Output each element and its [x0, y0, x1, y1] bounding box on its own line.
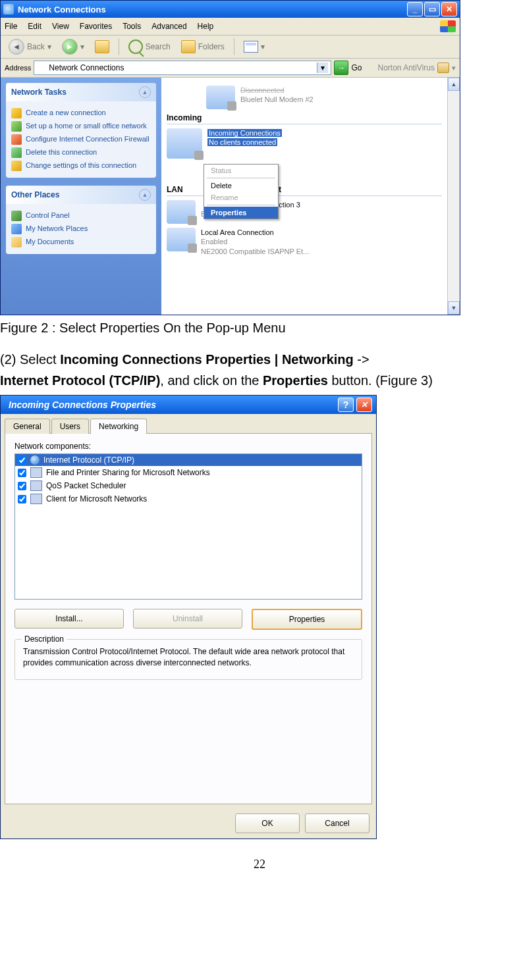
address-combo[interactable]: Network Connections ▾	[34, 61, 331, 75]
install-button[interactable]: Install...	[14, 609, 124, 629]
component-checkbox[interactable]	[18, 495, 26, 503]
connection-item-lan-local[interactable]: Local Area Connection Enabled NE2000 Com…	[167, 228, 442, 256]
task-change-settings[interactable]: Change settings of this connection	[11, 161, 151, 171]
go-button[interactable]: →	[334, 61, 348, 75]
text: , and click on the	[160, 373, 263, 388]
back-button[interactable]: ◄Back ▾	[5, 37, 55, 57]
context-menu: Status Delete Rename Properties	[204, 164, 279, 219]
panel-header-network-tasks[interactable]: Network Tasks ▲	[6, 83, 156, 101]
component-checkbox[interactable]	[18, 482, 26, 490]
address-icon	[37, 63, 46, 72]
text: button. (Figure 3)	[328, 373, 433, 388]
component-checkbox[interactable]	[18, 469, 26, 477]
scroll-up-button[interactable]: ▲	[448, 78, 460, 91]
menu-edit[interactable]: Edit	[28, 22, 41, 31]
component-client-ms[interactable]: Client for Microsoft Networks	[15, 492, 362, 505]
cancel-button[interactable]: Cancel	[305, 813, 369, 833]
tab-general[interactable]: General	[5, 419, 50, 434]
task-label: Change settings of this connection	[26, 161, 136, 170]
tabstrip: General Users Networking	[1, 414, 376, 433]
chevron-up-icon[interactable]: ▲	[139, 86, 151, 98]
connection-item-modem[interactable]: Disconnected Bluelet Null Modem #2	[206, 86, 442, 109]
home-icon	[11, 121, 22, 132]
titlebar[interactable]: Network Connections _ ▭ ✕	[1, 1, 460, 18]
vertical-scrollbar[interactable]: ▲ ▼	[447, 78, 460, 315]
menu-tools[interactable]: Tools	[123, 22, 141, 31]
tab-networking[interactable]: Networking	[90, 419, 147, 434]
dialog-titlebar[interactable]: Incoming Connections Properties ? ✕	[1, 396, 376, 414]
tab-users[interactable]: Users	[51, 419, 89, 434]
place-my-network-places[interactable]: My Network Places	[11, 224, 151, 234]
page-number: 22	[0, 858, 519, 871]
task-delete-connection[interactable]: Delete this connection	[11, 147, 151, 158]
button-label: Cancel	[325, 819, 349, 828]
views-button[interactable]: ▾	[240, 39, 269, 55]
place-label: My Documents	[26, 237, 74, 246]
group-header-incoming: Incoming	[167, 113, 442, 124]
search-button[interactable]: Search	[124, 38, 175, 56]
component-file-print[interactable]: File and Printer Sharing for Microsoft N…	[15, 466, 362, 479]
connection-item-incoming[interactable]: Incoming Connections No clients connecte…	[167, 128, 442, 159]
task-firewall[interactable]: Configure Internet Connection Firewall	[11, 134, 151, 145]
panel-other-places: Other Places ▲ Control Panel My Network …	[6, 186, 156, 254]
text: (2) Select	[0, 352, 60, 367]
context-menu-properties[interactable]: Properties	[204, 207, 278, 219]
connection-status: Enabled	[201, 237, 309, 246]
button-label: Properties	[289, 615, 325, 624]
panel-header-other-places[interactable]: Other Places ▲	[6, 186, 156, 204]
menu-view[interactable]: View	[52, 22, 69, 31]
address-dropdown-icon[interactable]: ▾	[317, 63, 328, 73]
place-control-panel[interactable]: Control Panel	[11, 211, 151, 221]
menu-favorites[interactable]: Favorites	[80, 22, 112, 31]
button-label: OK	[261, 819, 273, 828]
help-button[interactable]: ?	[338, 398, 354, 412]
wizard-icon	[11, 108, 22, 118]
close-button[interactable]: ✕	[356, 398, 372, 412]
folders-label: Folders	[198, 42, 225, 51]
ok-button[interactable]: OK	[235, 813, 300, 833]
norton-dropdown-icon[interactable]: ▾	[452, 64, 456, 72]
norton-icon[interactable]	[437, 63, 449, 73]
panel-title: Other Places	[11, 190, 59, 199]
back-label: Back	[27, 42, 45, 51]
control-panel-icon	[11, 211, 22, 221]
component-checkbox[interactable]	[18, 456, 26, 465]
component-tcpip[interactable]: Internet Protocol (TCP/IP)	[15, 454, 362, 466]
properties-button[interactable]: Properties	[252, 609, 362, 630]
task-label: Create a new connection	[26, 108, 106, 117]
maximize-button[interactable]: ▭	[424, 2, 440, 16]
folders-button[interactable]: Folders	[177, 38, 229, 55]
explorer-window: Network Connections _ ▭ ✕ File Edit View…	[0, 0, 460, 315]
connection-status: Disconnected	[240, 86, 314, 95]
task-home-network[interactable]: Set up a home or small office network	[11, 121, 151, 132]
address-label: Address	[5, 64, 31, 72]
minimize-button[interactable]: _	[407, 2, 423, 16]
place-my-documents[interactable]: My Documents	[11, 237, 151, 247]
sidebar: Network Tasks ▲ Create a new connection …	[1, 78, 161, 315]
network-places-icon	[11, 224, 22, 234]
components-listbox[interactable]: Internet Protocol (TCP/IP) File and Prin…	[14, 453, 362, 600]
component-qos[interactable]: QoS Packet Scheduler	[15, 479, 362, 492]
figure-caption: Figure 2 : Select Properties On the Pop-…	[0, 321, 519, 336]
button-label: Uninstall	[173, 614, 203, 623]
network-client-icon	[30, 494, 42, 504]
connection-sub: No clients connected	[207, 138, 277, 146]
up-button[interactable]	[91, 38, 113, 55]
window-title: Network Connections	[18, 5, 106, 14]
modem-icon	[206, 86, 235, 109]
menu-advanced[interactable]: Advanced	[151, 22, 186, 31]
network-service-icon	[30, 467, 42, 478]
forward-button[interactable]: ► ▾	[58, 37, 88, 57]
close-button[interactable]: ✕	[441, 2, 457, 16]
menu-file[interactable]: File	[5, 22, 17, 31]
content-area[interactable]: Disconnected Bluelet Null Modem #2 Incom…	[161, 78, 447, 315]
chevron-up-icon[interactable]: ▲	[139, 189, 151, 201]
description-groupbox: Description Transmission Control Protoco…	[14, 639, 362, 680]
context-menu-delete[interactable]: Delete	[204, 180, 278, 192]
network-service-icon	[30, 480, 42, 491]
task-create-connection[interactable]: Create a new connection	[11, 108, 151, 118]
components-label: Network components:	[14, 442, 362, 451]
menu-help[interactable]: Help	[198, 22, 214, 31]
scroll-down-button[interactable]: ▼	[448, 301, 460, 315]
group-lan-prefix: LAN	[167, 185, 183, 194]
